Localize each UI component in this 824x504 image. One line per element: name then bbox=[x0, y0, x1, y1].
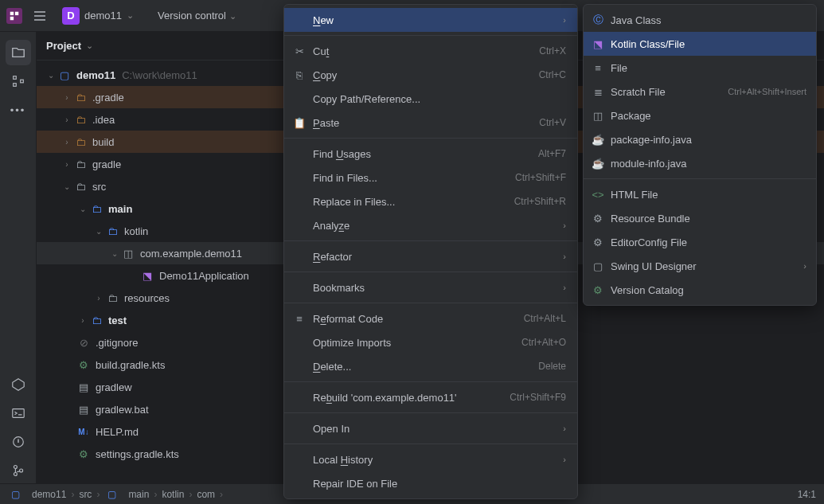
sub-html[interactable]: <> HTML File bbox=[584, 182, 816, 206]
breadcrumb[interactable]: ▢demo11 › src › ▢main › kotlin › com › bbox=[8, 489, 223, 500]
project-selector[interactable]: D demo11 ⌄ bbox=[57, 4, 139, 28]
context-menu: New › ✂ Cut Ctrl+X ⎘ Copy Ctrl+C Copy Pa… bbox=[283, 4, 578, 499]
chevron-down-icon: ⌄ bbox=[127, 10, 134, 21]
ctx-optimize[interactable]: Optimize Imports Ctrl+Alt+O bbox=[284, 330, 577, 354]
svg-rect-2 bbox=[10, 16, 14, 19]
ctx-findinfiles[interactable]: Find in Files... Ctrl+Shift+F bbox=[284, 166, 577, 189]
chevron-right-icon: › bbox=[563, 455, 566, 464]
app-icon bbox=[6, 8, 22, 24]
panel-title: Project bbox=[46, 40, 81, 52]
svg-rect-1 bbox=[15, 11, 18, 14]
sub-file[interactable]: ≡ File bbox=[584, 56, 816, 80]
terminal-tool-icon[interactable] bbox=[6, 400, 31, 426]
svg-rect-0 bbox=[10, 11, 14, 14]
ctx-bookmarks[interactable]: Bookmarks › bbox=[284, 275, 577, 299]
ctx-copy[interactable]: ⎘ Copy Ctrl+C bbox=[284, 63, 577, 87]
chevron-down-icon: ⌄ bbox=[86, 41, 93, 51]
line-column-indicator[interactable]: 14:1 bbox=[798, 489, 816, 500]
sub-resourcebundle[interactable]: ⚙ Resource Bundle bbox=[584, 206, 816, 230]
java-class-icon: Ⓒ bbox=[591, 13, 605, 27]
svg-rect-5 bbox=[20, 80, 23, 83]
ctx-new[interactable]: New › bbox=[284, 8, 577, 32]
sub-kotlinclass[interactable]: ⬔ Kotlin Class/File bbox=[584, 32, 816, 56]
chevron-right-icon: › bbox=[803, 261, 806, 271]
package-icon: ◫ bbox=[591, 110, 605, 122]
chevron-right-icon: › bbox=[563, 424, 566, 433]
svg-rect-4 bbox=[13, 84, 16, 87]
ctx-replaceinfiles[interactable]: Replace in Files... Ctrl+Shift+R bbox=[284, 189, 577, 213]
html-icon: <> bbox=[591, 189, 605, 201]
ctx-delete[interactable]: Delete... Delete bbox=[284, 354, 577, 378]
main-menu-icon[interactable] bbox=[29, 5, 51, 27]
svg-rect-6 bbox=[12, 409, 23, 418]
project-badge: D bbox=[62, 7, 80, 25]
svg-point-9 bbox=[14, 473, 17, 476]
gear-icon: ⚙ bbox=[591, 236, 605, 248]
sub-moduleinfo[interactable]: ☕ module-info.java bbox=[584, 151, 816, 175]
chevron-right-icon: › bbox=[563, 252, 566, 261]
problems-tool-icon[interactable] bbox=[6, 429, 31, 455]
build-tool-icon[interactable] bbox=[6, 372, 31, 397]
sub-scratch[interactable]: ≣ Scratch File Ctrl+Alt+Shift+Insert bbox=[584, 80, 816, 104]
ctx-openin[interactable]: Open In › bbox=[284, 416, 577, 440]
ctx-paste[interactable]: 📋 Paste Ctrl+V bbox=[284, 111, 577, 135]
lines-icon: ≡ bbox=[292, 313, 307, 325]
left-tool-rail: ••• bbox=[0, 32, 37, 483]
sub-javaclass[interactable]: Ⓒ Java Class bbox=[584, 8, 816, 32]
svg-point-10 bbox=[19, 469, 22, 472]
ctx-findusages[interactable]: Find Usages Alt+F7 bbox=[284, 142, 577, 166]
copy-icon: ⎘ bbox=[292, 69, 307, 81]
ctx-repairide[interactable]: Repair IDE on File bbox=[284, 471, 577, 495]
ctx-analyze[interactable]: Analyze › bbox=[284, 213, 577, 237]
sub-versioncatalog[interactable]: ⚙ Version Catalog bbox=[584, 278, 816, 302]
svg-rect-3 bbox=[13, 76, 16, 80]
sub-packageinfo[interactable]: ☕ package-info.java bbox=[584, 127, 816, 151]
ctx-copypath[interactable]: Copy Path/Reference... bbox=[284, 87, 577, 111]
ctx-rebuild[interactable]: Rebuild 'com.example.demo11' Ctrl+Shift+… bbox=[284, 385, 577, 409]
project-name: demo11 bbox=[84, 10, 122, 21]
chevron-right-icon: › bbox=[563, 221, 566, 230]
sub-package[interactable]: ◫ Package bbox=[584, 104, 816, 127]
chevron-right-icon: › bbox=[563, 15, 566, 25]
more-tools-icon[interactable]: ••• bbox=[6, 97, 31, 123]
ctx-localhistory[interactable]: Local History › bbox=[284, 447, 577, 471]
file-icon: ≡ bbox=[591, 62, 605, 74]
clipboard-icon: 📋 bbox=[292, 117, 307, 129]
git-tool-icon[interactable] bbox=[6, 458, 31, 483]
svg-point-8 bbox=[14, 466, 17, 469]
sub-swing[interactable]: ▢ Swing UI Designer › bbox=[584, 254, 816, 278]
sub-editorconfig[interactable]: ⚙ EditorConfig File bbox=[584, 230, 816, 254]
window-icon: ▢ bbox=[591, 260, 605, 272]
gear-icon: ⚙ bbox=[591, 213, 605, 225]
project-tool-icon[interactable] bbox=[6, 40, 31, 65]
java-icon: ☕ bbox=[591, 158, 605, 170]
ctx-cut[interactable]: ✂ Cut Ctrl+X bbox=[284, 39, 577, 63]
scratch-icon: ≣ bbox=[591, 86, 605, 98]
new-submenu: Ⓒ Java Class ⬔ Kotlin Class/File ≡ File … bbox=[583, 4, 817, 306]
ctx-reformat[interactable]: ≡ Reformat Code Ctrl+Alt+L bbox=[284, 307, 577, 330]
vcs-menu[interactable]: Version control ⌄ bbox=[151, 6, 243, 25]
gradle-icon: ⚙ bbox=[591, 284, 605, 296]
scissors-icon: ✂ bbox=[292, 45, 307, 57]
structure-tool-icon[interactable] bbox=[6, 68, 31, 94]
ctx-refactor[interactable]: Refactor › bbox=[284, 244, 577, 268]
java-icon: ☕ bbox=[591, 134, 605, 146]
chevron-right-icon: › bbox=[563, 283, 566, 292]
kotlin-icon: ⬔ bbox=[591, 38, 605, 50]
